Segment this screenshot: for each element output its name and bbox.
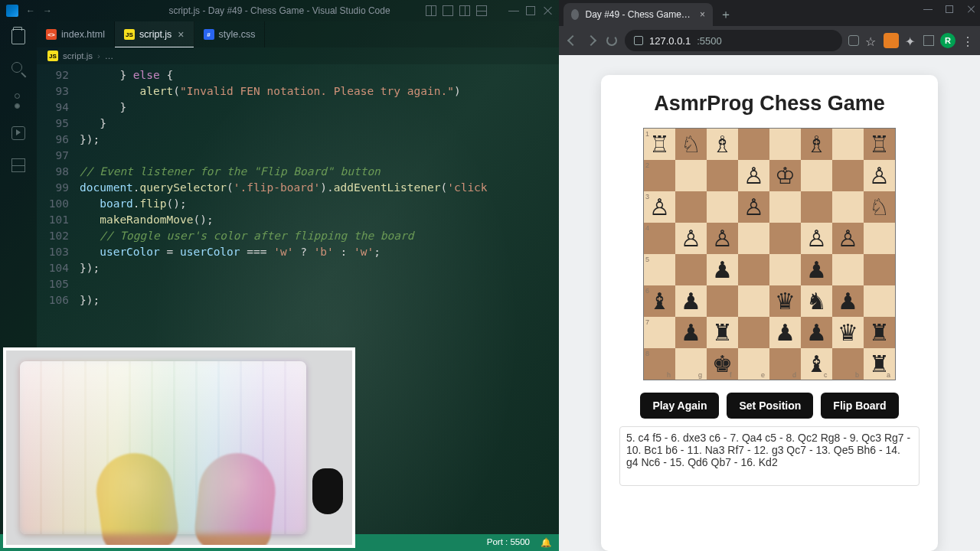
board-square[interactable] [801, 191, 832, 223]
board-square[interactable] [738, 254, 769, 285]
board-square[interactable]: ♗ [801, 129, 832, 160]
board-square[interactable]: ♙ [738, 160, 769, 191]
board-square[interactable] [832, 129, 864, 160]
board-square[interactable]: ♘ [675, 129, 707, 160]
source-control-icon[interactable] [9, 92, 28, 110]
window-minimize-icon[interactable] [923, 5, 933, 14]
board-square[interactable]: ♙ [864, 160, 895, 191]
board-square[interactable] [769, 223, 801, 254]
editor-tab[interactable]: JS script.js× [115, 21, 194, 47]
layout-icon[interactable] [476, 5, 487, 16]
board-square[interactable]: ♟ [769, 317, 801, 348]
board-square[interactable] [707, 191, 738, 223]
board-square[interactable]: ♙ [738, 191, 769, 223]
board-square[interactable]: ♟ [675, 285, 707, 317]
file-label: b [855, 371, 859, 379]
layout-icon[interactable] [443, 5, 453, 16]
tab-close-icon[interactable]: × [178, 29, 184, 40]
forward-button-icon[interactable] [585, 34, 599, 47]
board-square[interactable] [707, 285, 738, 317]
board-square[interactable]: ♙ [707, 223, 738, 254]
extensions-icon[interactable] [9, 156, 28, 174]
sidepanel-icon[interactable] [923, 35, 934, 46]
explorer-icon[interactable] [9, 28, 28, 46]
board-square[interactable]: ♖ [864, 129, 895, 160]
site-info-icon[interactable] [634, 36, 643, 45]
board-square[interactable] [769, 191, 801, 223]
set-position-button[interactable]: Set Position [727, 393, 813, 419]
move-history[interactable]: 5. c4 f5 - 6. dxe3 c6 - 7. Qa4 c5 - 8. Q… [619, 426, 920, 486]
board-square[interactable]: ♗ [707, 129, 738, 160]
editor-tab[interactable]: <> index.html [37, 21, 115, 47]
editor-tab[interactable]: # style.css [194, 21, 266, 47]
board-square[interactable]: ♜ [864, 317, 895, 348]
address-bar[interactable]: 127.0.0.1:5500 [625, 30, 842, 51]
window-maximize-icon[interactable] [945, 5, 954, 14]
board-square[interactable] [832, 160, 864, 191]
board-square[interactable] [707, 160, 738, 191]
board-square[interactable]: ♛ [832, 317, 864, 348]
board-square[interactable]: ♜ [707, 317, 738, 348]
menu-arrow-icon[interactable]: ← [26, 5, 35, 16]
window-maximize-icon[interactable] [525, 5, 536, 16]
board-square[interactable] [675, 191, 707, 223]
search-icon[interactable] [9, 60, 28, 78]
play-again-button[interactable]: Play Again [640, 393, 719, 419]
status-bell-icon[interactable]: 🔔 [541, 537, 551, 548]
tab-close-icon[interactable]: × [700, 9, 705, 20]
debug-icon[interactable] [9, 124, 28, 142]
board-square[interactable]: ♚ [707, 348, 738, 380]
breadcrumb[interactable]: JS script.js › … [37, 47, 559, 64]
board-square[interactable]: ♟ [675, 317, 707, 348]
browser-tab[interactable]: Day #49 - Chess Game | AsmrPr... × [564, 3, 713, 26]
board-square[interactable] [675, 254, 707, 285]
page-title: AsmrProg Chess Game [619, 92, 920, 116]
board-square[interactable] [738, 285, 769, 317]
rank-label: 7 [645, 318, 649, 326]
new-tab-button[interactable]: ＋ [716, 5, 736, 24]
hand-left [91, 448, 181, 548]
board-square[interactable]: ♟ [801, 254, 832, 285]
browser-toolbar: 127.0.0.1:5500 ☆ ✦ R ⋮ [559, 26, 980, 55]
board-square[interactable] [738, 129, 769, 160]
board-square[interactable] [738, 317, 769, 348]
board-square[interactable]: ♛ [769, 285, 801, 317]
board-square[interactable] [864, 254, 895, 285]
file-label: a [887, 371, 890, 379]
board-square[interactable] [738, 223, 769, 254]
window-minimize-icon[interactable] [508, 5, 519, 16]
bookmark-star-icon[interactable]: ☆ [865, 34, 877, 47]
profile-avatar[interactable]: R [940, 33, 956, 48]
board-square[interactable]: ♔ [769, 160, 801, 191]
board-square[interactable] [675, 160, 707, 191]
board-square[interactable] [832, 254, 864, 285]
layout-icon[interactable] [426, 5, 436, 16]
board-square[interactable] [832, 191, 864, 223]
menu-arrow-icon[interactable]: → [43, 5, 52, 16]
flip-board-button[interactable]: Flip Board [821, 393, 898, 419]
status-port[interactable]: Port : 5500 [487, 537, 530, 548]
board-square[interactable]: ♟ [707, 254, 738, 285]
extensions-puzzle-icon[interactable]: ✦ [905, 34, 917, 47]
board-square[interactable] [769, 129, 801, 160]
back-button-icon[interactable] [565, 34, 579, 47]
board-square[interactable] [801, 160, 832, 191]
board-square[interactable]: ♙ [675, 223, 707, 254]
extension-icon[interactable] [884, 33, 899, 48]
chess-board[interactable]: ♖♘♗♗♖♙♔♙♙♙♘♙♙♙♙♟♟♝♟♛♞♟♟♜♟♟♛♜♚♝♜12345678h… [643, 128, 896, 380]
layout-icon[interactable] [459, 5, 470, 16]
board-square[interactable]: ♙ [801, 223, 832, 254]
window-close-icon[interactable] [966, 5, 975, 14]
board-square[interactable]: ♟ [801, 317, 832, 348]
board-square[interactable] [769, 254, 801, 285]
board-square[interactable] [864, 285, 895, 317]
board-square[interactable]: ♙ [832, 223, 864, 254]
board-square[interactable] [864, 223, 895, 254]
window-close-icon[interactable] [542, 5, 553, 16]
board-square[interactable]: ♘ [864, 191, 895, 223]
reload-button-icon[interactable] [605, 34, 619, 47]
board-square[interactable]: ♞ [801, 285, 832, 317]
share-icon[interactable] [848, 35, 859, 46]
board-square[interactable]: ♟ [832, 285, 864, 317]
kebab-menu-icon[interactable]: ⋮ [962, 34, 974, 47]
